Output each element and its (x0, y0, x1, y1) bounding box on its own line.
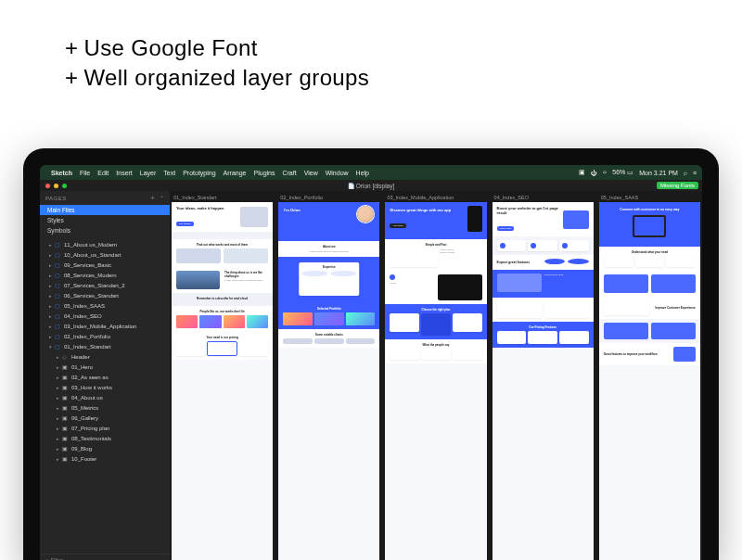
artboard-label[interactable]: 02_Index_Portfolio (278, 195, 379, 202)
missing-fonts-badge[interactable]: Missing Fonts (657, 182, 698, 189)
menu-arrange[interactable]: Arrange (224, 170, 247, 176)
menu-plugins[interactable]: Plugins (254, 170, 275, 176)
menu-help[interactable]: Help (356, 170, 369, 176)
app-name[interactable]: Sketch (51, 170, 72, 176)
page-symbols[interactable]: Symbols (40, 225, 170, 235)
close-icon[interactable] (45, 184, 50, 188)
menu-view[interactable]: View (304, 170, 318, 176)
artboard-column: 02_Index_Portfolio I'm Orion About meLor… (278, 195, 379, 560)
add-page-icon[interactable]: + (150, 194, 155, 202)
pages-label: PAGES (45, 196, 67, 201)
menu-insert[interactable]: Insert (116, 170, 133, 176)
layer-sidebar: PAGES + ⌃ Main Files Styles Symbols ▸▢11… (40, 191, 170, 560)
artboard-column: 01_Index_Standart Your ideas, make it ha… (172, 195, 273, 560)
minimize-icon[interactable] (54, 184, 58, 188)
layer-item[interactable]: ▸▢02_Index_Portfolio (40, 331, 170, 341)
layer-item[interactable]: ▾▢01_Index_Standart (40, 341, 170, 351)
artboard-label[interactable]: 04_Index_SEO (493, 195, 594, 202)
layer-group[interactable]: ▸▣09_Blog (40, 443, 170, 453)
layer-list: ▸▢11_About us_Modern ▸▢10_About_us_Stand… (40, 239, 170, 554)
layer-item[interactable]: ▸▢03_Index_Mobile_Application (40, 321, 170, 331)
menu-prototyping[interactable]: Prototyping (183, 170, 215, 176)
layer-group[interactable]: ▸▣07_Pricing plan (40, 423, 170, 433)
artboard-column: 05_Index_SAAS Connect with customer in a… (599, 195, 700, 560)
canvas[interactable]: 01_Index_Standart Your ideas, make it ha… (170, 191, 702, 560)
layer-item[interactable]: ▸▢05_Index_SAAS (40, 300, 170, 311)
artboard[interactable]: Boost your website to get 1st page resul… (493, 202, 594, 560)
traffic-lights (45, 184, 67, 188)
collapse-pages-icon[interactable]: ⌃ (160, 195, 165, 201)
menu-text[interactable]: Text (163, 170, 175, 176)
layer-item[interactable]: ▸▢06_Services_Standart (40, 290, 170, 300)
menu-craft[interactable]: Craft (282, 170, 296, 176)
artboard[interactable]: Discover great things with our appApp St… (385, 202, 486, 560)
layer-group[interactable]: ▸▣06_Gallery (40, 413, 170, 423)
layer-item[interactable]: ▸▢09_Services_Basic (40, 260, 170, 270)
power-icon[interactable]: ⏻ (591, 170, 597, 176)
artboard-column: 04_Index_SEO Boost your website to get 1… (493, 195, 594, 560)
artboard-label[interactable]: 05_Index_SAAS (599, 195, 700, 202)
window-titlebar: Orion [display] Missing Fonts (40, 180, 702, 191)
pages-header: PAGES + ⌃ (40, 191, 170, 205)
menu-window[interactable]: Window (326, 170, 349, 176)
notification-center-icon[interactable]: ≡ (693, 170, 697, 176)
zoom-icon[interactable] (62, 184, 67, 188)
layer-item[interactable]: ▸▢11_About us_Modern (40, 239, 170, 249)
promo-text: +Use Google Font +Well organized layer g… (65, 33, 369, 94)
artboard-label[interactable]: 03_Index_Mobile_Application (385, 195, 486, 202)
layer-item[interactable]: ▸▢07_Services_Standart_2 (40, 280, 170, 290)
layer-item[interactable]: ▸▢10_About_us_Standart (40, 249, 170, 260)
page-main-files[interactable]: Main Files (40, 205, 170, 215)
layer-group[interactable]: ▸▣02_As seen as (40, 372, 170, 382)
layer-filter-input[interactable]: Filter (40, 554, 170, 560)
layer-group[interactable]: ▸▣08_Testimonials (40, 433, 170, 443)
workspace: PAGES + ⌃ Main Files Styles Symbols ▸▢11… (40, 191, 702, 560)
laptop-frame: Sketch File Edit Insert Layer Text Proto… (23, 148, 719, 560)
document-title: Orion [display] (348, 183, 395, 189)
artboard[interactable]: Your ideas, make it happenGet Started Fi… (172, 202, 273, 560)
layer-group[interactable]: ▸▣10_Footer (40, 453, 170, 464)
page-styles[interactable]: Styles (40, 215, 170, 225)
layer-item[interactable]: ▸▢04_Index_SEO (40, 311, 170, 321)
artboard-label[interactable]: 01_Index_Standart (172, 195, 273, 202)
layer-item[interactable]: ▸▢08_Services_Modern (40, 270, 170, 280)
battery-status[interactable]: 56% ▭ (612, 169, 633, 176)
menu-file[interactable]: File (80, 170, 90, 176)
screen-share-icon[interactable]: ▣ (579, 169, 585, 176)
menu-layer[interactable]: Layer (140, 170, 157, 176)
menu-edit[interactable]: Edit (97, 170, 109, 176)
artboard[interactable]: I'm Orion About meLorem ipsum dolor sit … (278, 202, 379, 560)
layer-group-header[interactable]: ▸◇Header (40, 351, 170, 362)
layer-group[interactable]: ▸▣03_How it works (40, 382, 170, 392)
clock[interactable]: Mon 3.21 PM (639, 170, 678, 176)
artboard[interactable]: Connect with customer in an easy way Und… (599, 202, 700, 560)
artboard-column: 03_Index_Mobile_Application Discover gre… (385, 195, 486, 560)
promo-line-1: Use Google Font (83, 35, 257, 60)
promo-line-2: Well organized layer groups (83, 65, 369, 90)
spotlight-icon[interactable]: ⌕ (684, 170, 687, 176)
screen: Sketch File Edit Insert Layer Text Proto… (40, 165, 702, 560)
layer-group[interactable]: ▸▣01_Hero (40, 362, 170, 372)
wifi-icon[interactable]: ⌔ (603, 170, 607, 176)
layer-group[interactable]: ▸▣04_About us (40, 392, 170, 402)
layer-group[interactable]: ▸▣05_Metrics (40, 402, 170, 413)
macos-menubar: Sketch File Edit Insert Layer Text Proto… (40, 165, 702, 180)
